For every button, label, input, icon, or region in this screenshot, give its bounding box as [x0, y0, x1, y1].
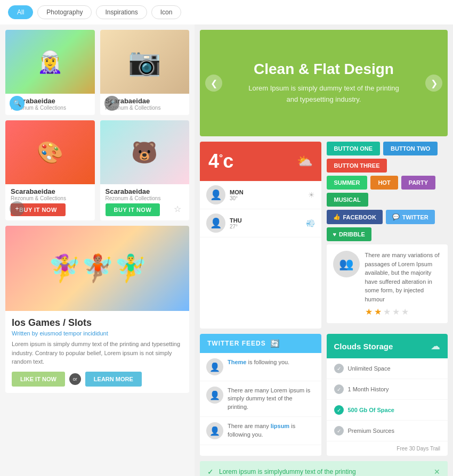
cloud-trial: Free 30 Days Trail	[327, 441, 448, 456]
twitter-header: TWITTER FEEDS 🔄	[200, 334, 321, 353]
slider-prev-button[interactable]: ❮	[205, 75, 222, 92]
weather-temperature: 4°c	[208, 150, 233, 173]
star-1: ★	[365, 307, 373, 317]
check-icon-4: ✓	[334, 426, 344, 436]
facebook-button[interactable]: 👍 FACEBOOK	[327, 210, 383, 224]
slider-next-button[interactable]: ❯	[425, 75, 442, 92]
cloud-item-3-label: 500 Gb Of Space	[348, 407, 394, 413]
review-text: There are many variations of passages of…	[365, 251, 442, 303]
check-icon-1: ✓	[334, 364, 344, 373]
card3-plus-icon[interactable]: +	[10, 201, 25, 216]
twitter-icon: 💬	[392, 214, 400, 220]
cloud-item-1-label: Unlimited Space	[348, 365, 391, 372]
weather-row-mon: 👤 MON 30° ☀	[200, 181, 321, 209]
tweet-3: 👤 There are many lipsum is following you…	[200, 417, 321, 445]
twitter-feeds-label: TWITTER FEEDS	[207, 340, 266, 347]
image-card-1: 🧝‍♀️ 🔍 Scarabaeidae Rezonum & Collection…	[5, 30, 95, 115]
left-column: 🧝‍♀️ 🔍 Scarabaeidae Rezonum & Collection…	[0, 24, 195, 476]
card4-buy-button[interactable]: BUY IT NOW	[106, 203, 160, 216]
hero-slider: ❮ Clean & Flat Design Lorem Ipsum is sim…	[200, 30, 448, 136]
button-two[interactable]: BUTTON TWO	[383, 142, 438, 155]
thu-avatar: 👤	[206, 214, 225, 233]
card4-subtitle: Rezonum & Collections	[106, 195, 184, 201]
card3-subtitle: Rezonum & Collections	[11, 195, 90, 201]
alert-green-check-icon: ✓	[207, 467, 214, 476]
filter-all[interactable]: All	[8, 5, 33, 19]
cloud-item-4-label: Premium Sources	[348, 428, 394, 434]
thu-label: THU	[230, 217, 302, 224]
games-author: Written by eiusmod tempor incididunt	[12, 330, 183, 337]
or-badge: or	[69, 373, 81, 385]
games-image: 🧚‍♀️🧚🏽🧚‍♂️	[5, 226, 189, 311]
button-three[interactable]: BUTTON THREE	[327, 159, 387, 173]
card2-mic-icon[interactable]: 🎤	[104, 96, 119, 111]
mon-avatar: 👤	[206, 185, 225, 204]
button-one[interactable]: BUTTON ONE	[327, 142, 381, 155]
twitter-cloud-row: TWITTER FEEDS 🔄 👤 Theme is following you…	[200, 334, 448, 456]
social-row: 👍 FACEBOOK 💬 TWITTER ♥ DRIBBLE	[327, 210, 448, 241]
button-party[interactable]: PARTY	[401, 176, 435, 190]
buttons-widget: BUTTON ONE BUTTON TWO BUTTON THREE SUMME…	[327, 142, 448, 329]
mon-sun-icon: ☀	[308, 191, 315, 199]
button-summer[interactable]: SUMMER	[327, 176, 368, 190]
tweet1-text: Theme is following you.	[228, 358, 289, 366]
weather-buttons-row: 4°c ⛅ 👤 MON 30° ☀ 👤 THU 27°	[200, 142, 448, 329]
star-rating: ★ ★ ★ ★ ★	[365, 307, 442, 317]
card4-title: Scarabaeidae	[106, 187, 184, 195]
filter-bar: All Photography Inspirations Icon	[0, 0, 453, 24]
tweet-1: 👤 Theme is following you.	[200, 353, 321, 381]
tweet3-text: There are many lipsum is following you.	[228, 422, 315, 439]
games-section: 🧚‍♀️🧚🏽🧚‍♂️ Ios Games / Slots Written by …	[5, 226, 189, 393]
filter-photography[interactable]: Photography	[37, 5, 92, 19]
hero-title: Clean & Flat Design	[254, 61, 394, 78]
image-card-3: 🎨 + Scarabaeidae Rezonum & Collections B…	[5, 120, 95, 220]
games-description: Lorem ipsum is simply dummy text of the …	[12, 340, 183, 366]
dribbble-icon: ♥	[333, 231, 337, 237]
check-icon-2: ✓	[334, 384, 344, 394]
star-4: ★	[392, 307, 400, 317]
button-row-1: BUTTON ONE BUTTON TWO BUTTON THREE	[327, 142, 448, 173]
refresh-icon[interactable]: 🔄	[270, 339, 280, 348]
weather-widget: 4°c ⛅ 👤 MON 30° ☀ 👤 THU 27°	[200, 142, 321, 329]
review-widget: 👥 There are many variations of passages …	[327, 244, 448, 323]
star-2: ★	[374, 307, 382, 317]
like-button[interactable]: LIKE IT NOW	[12, 372, 65, 387]
check-icon-3: ✓	[334, 405, 344, 415]
tweet-2: 👤 There are many Lorem ipsum is simply d…	[200, 381, 321, 417]
star-5: ★	[401, 307, 409, 317]
tweet3-avatar: 👤	[206, 422, 223, 439]
learn-more-button[interactable]: LEARN MORE	[85, 372, 142, 387]
weather-header: 4°c ⛅	[200, 142, 321, 181]
cloud-icon: ☁	[431, 340, 440, 352]
right-column: ❮ Clean & Flat Design Lorem Ipsum is sim…	[195, 24, 453, 476]
cloud-title: Clouds Storage	[334, 342, 393, 351]
filter-inspirations[interactable]: Inspirations	[96, 5, 147, 19]
card3-image: 🎨	[5, 120, 95, 184]
cloud-header: Clouds Storage ☁	[327, 334, 448, 358]
cloud-storage: Clouds Storage ☁ ✓ Unlimited Space ✓ 1 M…	[327, 334, 448, 456]
card3-title: Scarabaeidae	[11, 187, 90, 195]
card4-image: 🐻	[100, 120, 190, 184]
image-card-4: 🐻 ☆ Scarabaeidae Rezonum & Collections B…	[100, 120, 190, 220]
card1-search-icon[interactable]: 🔍	[10, 96, 25, 111]
card2-image: 📷	[100, 30, 190, 94]
card4-star-icon[interactable]: ☆	[170, 201, 185, 216]
card1-image: 🧝‍♀️	[5, 30, 95, 94]
image-grid: 🧝‍♀️ 🔍 Scarabaeidae Rezonum & Collection…	[5, 30, 189, 220]
games-title: Ios Games / Slots	[12, 317, 183, 329]
thu-wind-icon: 💨	[306, 219, 315, 227]
twitter-button[interactable]: 💬 TWITTER	[386, 210, 435, 224]
alert-green-close-icon[interactable]: ✕	[434, 467, 440, 476]
button-hot[interactable]: HOT	[370, 176, 398, 190]
button-row-2: SUMMER HOT PARTY MUSICAL	[327, 176, 448, 207]
image-card-2: 📷 🎤 Scarabaeidae Rezonum & Collections	[100, 30, 190, 115]
cloud-item-1: ✓ Unlimited Space	[327, 358, 448, 379]
filter-icon[interactable]: Icon	[151, 5, 182, 19]
tweet2-text: There are many Lorem ipsum is simply dum…	[228, 387, 315, 411]
weather-cloud-icon: ⛅	[297, 154, 313, 169]
star-3: ★	[383, 307, 391, 317]
dribbble-button[interactable]: ♥ DRIBBLE	[327, 227, 371, 241]
button-musical[interactable]: MUSICAL	[327, 193, 368, 207]
alert-green: ✓ Lorem ipsum is simplydummy text of the…	[200, 461, 448, 476]
games-actions: LIKE IT NOW or LEARN MORE	[12, 372, 183, 387]
